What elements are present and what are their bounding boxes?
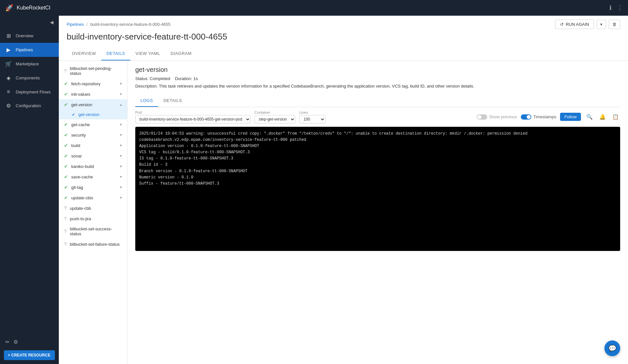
container-select[interactable]: step-get-version bbox=[255, 115, 295, 124]
page-actions: ↺ RUN AGAIN ▾ 🗑 bbox=[555, 20, 620, 29]
task-status-label: Status: bbox=[135, 76, 148, 81]
step-name-update-cbis: update-cbis bbox=[71, 195, 117, 200]
delete-button[interactable]: 🗑 bbox=[609, 20, 620, 29]
step-chevron-update-cbis: ▾ bbox=[120, 195, 122, 200]
step-bitbucket-set-success-status[interactable]: ? bitbucket-set-success-status bbox=[59, 224, 127, 239]
show-previous-label: Show previous bbox=[489, 114, 517, 119]
step-get-cache[interactable]: ✔ get-cache ▾ bbox=[59, 119, 127, 130]
step-name-save-cache: save-cache bbox=[71, 174, 117, 179]
step-icon-success-status: ? bbox=[64, 229, 67, 234]
breadcrumb-current: build-inventory-service-feature-tt-000-4… bbox=[90, 22, 171, 27]
task-desc-value: This task retrieves and updates the vers… bbox=[159, 84, 474, 89]
sub-step-icon: ✔ bbox=[72, 112, 75, 117]
tab-view-yaml[interactable]: VIEW YAML bbox=[130, 47, 166, 60]
sidebar-item-marketplace[interactable]: 🛒 Marketplace bbox=[0, 57, 59, 71]
sidebar-settings-icon[interactable]: ⚙ bbox=[13, 339, 18, 345]
step-icon-kaniko-build: ✔ bbox=[64, 164, 68, 169]
sub-tab-details[interactable]: DETAILS bbox=[158, 95, 187, 107]
step-chevron-fetch-repository: ▾ bbox=[120, 81, 122, 86]
step-update-cbis[interactable]: ✔ update-cbis ▾ bbox=[59, 192, 127, 203]
deployment-flows-icon: ≡ bbox=[5, 89, 12, 95]
sidebar-toggle[interactable]: ◀ bbox=[0, 16, 59, 29]
step-fetch-repository[interactable]: ✔ fetch-repository ▾ bbox=[59, 78, 127, 89]
timestamps-track[interactable] bbox=[521, 114, 531, 120]
step-kaniko-build[interactable]: ✔ kaniko-build ▾ bbox=[59, 161, 127, 172]
step-chevron-build: ▾ bbox=[120, 143, 122, 148]
pod-select[interactable]: build-inventory-service-feature-tt-000-4… bbox=[135, 115, 251, 124]
step-name-init-values: init-values bbox=[71, 92, 117, 97]
sidebar-item-deployment-flows[interactable]: ≡ Deployment Flows bbox=[0, 85, 59, 99]
step-icon-save-cache: ✔ bbox=[64, 174, 68, 179]
sidebar-item-label-marketplace: Marketplace bbox=[16, 61, 39, 66]
step-icon-security: ✔ bbox=[64, 132, 68, 138]
show-previous-track[interactable] bbox=[477, 114, 487, 120]
step-name-get-cache: get-cache bbox=[71, 122, 117, 127]
mute-icon[interactable]: 🔔 bbox=[598, 112, 607, 121]
step-icon-update-cbis: ✔ bbox=[64, 195, 68, 200]
step-update-cbb[interactable]: ? update-cbb bbox=[59, 203, 127, 213]
step-get-version[interactable]: ✔ get-version ▴ bbox=[59, 99, 127, 110]
marketplace-icon: 🛒 bbox=[5, 61, 12, 67]
main-layout: ◀ ⊞ Overview ▶ Pipelines 🛒 Marketplace ◈… bbox=[0, 16, 628, 364]
tab-details[interactable]: DETAILS bbox=[101, 47, 130, 60]
step-git-tag[interactable]: ✔ git-tag ▾ bbox=[59, 182, 127, 192]
step-icon-push-to-jira: ? bbox=[64, 216, 67, 221]
tab-overview[interactable]: OVERVIEW bbox=[67, 47, 101, 60]
run-again-dropdown-button[interactable]: ▾ bbox=[597, 20, 606, 29]
chat-fab[interactable]: 💬 bbox=[604, 340, 620, 356]
step-init-values[interactable]: ✔ init-values ▾ bbox=[59, 89, 127, 99]
step-name-git-tag: git-tag bbox=[71, 185, 117, 190]
step-security[interactable]: ✔ security ▾ bbox=[59, 130, 127, 140]
step-chevron-get-version: ▴ bbox=[120, 102, 122, 107]
task-duration-value: 1s bbox=[193, 76, 198, 81]
step-save-cache[interactable]: ✔ save-cache ▾ bbox=[59, 172, 127, 182]
sub-step-get-version[interactable]: ✔ get-version bbox=[59, 110, 127, 119]
step-push-to-jira[interactable]: ? push-to-jira bbox=[59, 213, 127, 224]
search-logs-icon[interactable]: 🔍 bbox=[585, 112, 594, 121]
page-title: build-inventory-service-feature-tt-000-4… bbox=[59, 29, 628, 47]
breadcrumb-bar: Pipelines / build-inventory-service-feat… bbox=[59, 16, 628, 29]
sidebar-item-pipelines[interactable]: ▶ Pipelines bbox=[0, 43, 59, 57]
step-name-bitbucket-set-pending-status: bitbucket-set-pending-status bbox=[70, 66, 122, 76]
run-again-button[interactable]: ↺ RUN AGAIN bbox=[555, 20, 594, 29]
step-name-bitbucket-set-failure-status: bitbucket-set-failure-status bbox=[70, 242, 122, 247]
pod-label: Pod bbox=[135, 110, 251, 114]
step-bitbucket-set-failure-status[interactable]: ? bitbucket-set-failure-status bbox=[59, 239, 127, 249]
info-icon[interactable]: ℹ bbox=[609, 4, 612, 11]
step-icon-init-values: ✔ bbox=[64, 91, 68, 97]
step-bitbucket-set-pending-status[interactable]: ? bitbucket-set-pending-status bbox=[59, 63, 127, 78]
step-name-get-version: get-version bbox=[71, 102, 117, 107]
lines-label: Lines bbox=[299, 110, 325, 114]
top-navbar: 🚀 KubeRocketCI ℹ ⋮ bbox=[0, 0, 628, 16]
sidebar-item-overview[interactable]: ⊞ Overview bbox=[0, 29, 59, 43]
task-duration-label: Duration: bbox=[175, 76, 192, 81]
breadcrumb-pipelines-link[interactable]: Pipelines bbox=[67, 22, 84, 27]
steps-panel: ? bitbucket-set-pending-status ✔ fetch-r… bbox=[59, 61, 127, 364]
tab-diagram[interactable]: DIAGRAM bbox=[165, 47, 197, 60]
copy-logs-icon[interactable]: 📋 bbox=[611, 112, 620, 121]
lines-select[interactable]: 100 bbox=[299, 115, 325, 124]
sidebar-item-configuration[interactable]: ⚙ Configuration bbox=[0, 99, 59, 113]
step-name-update-cbb: update-cbb bbox=[70, 206, 122, 211]
sidebar-item-label-configuration: Configuration bbox=[16, 103, 41, 108]
task-title: get-version bbox=[135, 66, 620, 74]
create-resource-button[interactable]: + CREATE RESOURCE bbox=[4, 350, 55, 360]
log-controls: Pod build-inventory-service-feature-tt-0… bbox=[135, 107, 620, 127]
sidebar-item-components[interactable]: ◈ Components bbox=[0, 71, 59, 85]
step-sonar[interactable]: ✔ sonar ▾ bbox=[59, 151, 127, 161]
step-name-security: security bbox=[71, 133, 117, 138]
timestamps-knob bbox=[527, 115, 531, 119]
step-name-build: build bbox=[71, 143, 117, 148]
breadcrumb: Pipelines / build-inventory-service-feat… bbox=[67, 22, 171, 27]
follow-button[interactable]: Follow bbox=[560, 113, 581, 121]
step-icon-git-tag: ✔ bbox=[64, 185, 68, 190]
step-name-push-to-jira: push-to-jira bbox=[70, 216, 122, 221]
sub-tab-logs[interactable]: LOGS bbox=[135, 95, 158, 107]
sidebar-item-label-deployment-flows: Deployment Flows bbox=[16, 90, 51, 94]
run-again-label: RUN AGAIN bbox=[566, 22, 589, 27]
step-build[interactable]: ✔ build ▾ bbox=[59, 140, 127, 151]
components-icon: ◈ bbox=[5, 75, 12, 81]
app-title: KubeRocketCI bbox=[17, 5, 50, 11]
more-options-icon[interactable]: ⋮ bbox=[617, 4, 623, 11]
edit-icon[interactable]: ✏ bbox=[5, 339, 9, 345]
